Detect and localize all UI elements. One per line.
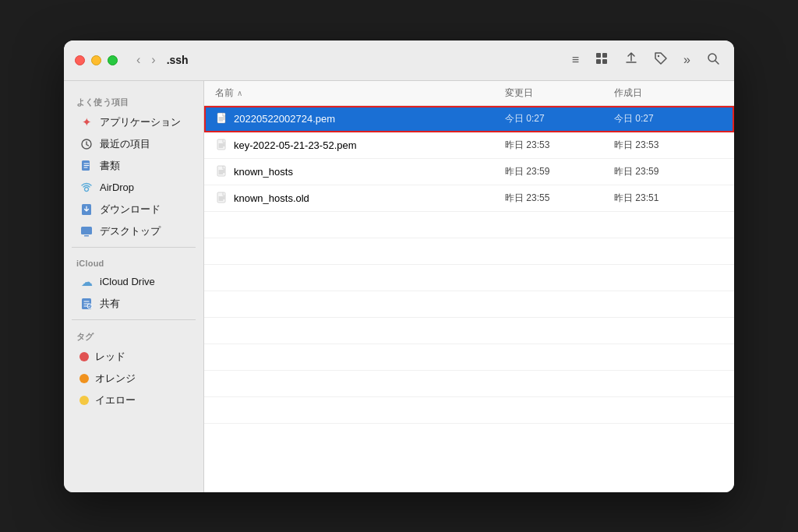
- sidebar-item-shared[interactable]: 共有: [69, 293, 199, 315]
- more-button[interactable]: »: [680, 51, 694, 69]
- tag-red-dot: [79, 352, 89, 361]
- share-button[interactable]: [621, 50, 641, 70]
- sidebar-item-recents[interactable]: 最近の項目: [69, 133, 199, 155]
- sidebar-item-label: イエロー: [95, 393, 136, 407]
- maximize-button[interactable]: [108, 55, 118, 65]
- sort-arrow: ∧: [237, 89, 242, 97]
- table-row-empty: [204, 397, 734, 424]
- table-row-empty: [204, 212, 734, 238]
- file-name: known_hosts.old: [234, 192, 309, 204]
- tag-orange-dot: [79, 374, 89, 383]
- sidebar-item-icloud-drive[interactable]: ☁ iCloud Drive: [69, 271, 199, 293]
- search-button[interactable]: [703, 50, 723, 70]
- share-icon: [624, 51, 638, 69]
- sidebar-item-tag-yellow[interactable]: イエロー: [69, 389, 199, 411]
- svg-rect-3: [602, 59, 607, 64]
- svg-rect-19: [217, 192, 225, 203]
- table-row[interactable]: 20220522002724.pem 今日 0:27 今日 0:27: [204, 106, 734, 132]
- icloud-icon: ☁: [79, 275, 94, 289]
- finder-window: ‹ › .ssh ≡: [64, 41, 734, 492]
- sidebar-separator: [72, 247, 196, 248]
- downloads-icon: [79, 203, 94, 217]
- file-modified: 昨日 23:55: [505, 192, 614, 205]
- sidebar-item-label: ダウンロード: [100, 203, 161, 217]
- sidebar-item-tag-orange[interactable]: オレンジ: [69, 368, 199, 389]
- toolbar-right: ≡: [569, 50, 723, 70]
- sidebar-item-tag-red[interactable]: レッド: [69, 346, 199, 368]
- column-modified-label: 変更日: [505, 87, 533, 98]
- svg-rect-1: [602, 53, 607, 58]
- svg-rect-2: [596, 59, 601, 64]
- svg-rect-17: [217, 139, 225, 150]
- applications-icon: ✦: [79, 115, 94, 129]
- column-header: 名前 ∧ 変更日 作成日: [204, 81, 734, 106]
- file-created: 今日 0:27: [614, 112, 723, 125]
- table-row[interactable]: known_hosts.old 昨日 23:55 昨日 23:51: [204, 185, 734, 212]
- main-content: よく使う項目 ✦ アプリケーション 最近の項目: [64, 81, 734, 492]
- sidebar-item-label: アプリケーション: [100, 115, 181, 129]
- file-modified: 昨日 23:59: [505, 165, 614, 178]
- sidebar-item-label: 共有: [100, 297, 120, 311]
- sidebar-item-label: レッド: [95, 350, 125, 364]
- file-name: key-2022-05-21-23-52.pem: [234, 139, 357, 151]
- shared-icon: [79, 297, 94, 311]
- file-icon-cell: known_hosts: [215, 164, 505, 178]
- column-name[interactable]: 名前 ∧: [215, 86, 505, 100]
- sidebar-item-applications[interactable]: ✦ アプリケーション: [69, 111, 199, 133]
- table-row[interactable]: key-2022-05-21-23-52.pem 昨日 23:53 昨日 23:…: [204, 132, 734, 159]
- sidebar-item-label: AirDrop: [100, 181, 134, 193]
- file-created: 昨日 23:51: [614, 192, 723, 205]
- svg-line-6: [715, 61, 719, 64]
- column-modified[interactable]: 変更日: [505, 86, 614, 100]
- file-icon: [215, 138, 229, 152]
- file-icon-cell: key-2022-05-21-23-52.pem: [215, 138, 505, 152]
- table-row-empty: [204, 238, 734, 265]
- column-created[interactable]: 作成日: [614, 86, 723, 100]
- file-modified: 昨日 23:53: [505, 139, 614, 152]
- table-row[interactable]: known_hosts 昨日 23:59 昨日 23:59: [204, 159, 734, 185]
- sidebar-item-downloads[interactable]: ダウンロード: [69, 199, 199, 220]
- airdrop-icon: [79, 181, 94, 195]
- column-created-label: 作成日: [614, 87, 642, 98]
- traffic-lights: [75, 55, 118, 65]
- sidebar-item-desktop[interactable]: デスクトップ: [69, 220, 199, 242]
- sidebar-item-airdrop[interactable]: AirDrop: [69, 177, 199, 199]
- back-button[interactable]: ‹: [133, 51, 143, 69]
- table-row-empty: [204, 291, 734, 318]
- svg-rect-0: [596, 53, 601, 58]
- sidebar-item-label: 書類: [100, 159, 120, 173]
- table-row-empty: [204, 318, 734, 344]
- column-name-label: 名前: [215, 86, 234, 100]
- sidebar-item-documents[interactable]: 書類: [69, 155, 199, 177]
- tag-yellow-dot: [79, 396, 89, 405]
- file-icon: [215, 111, 229, 125]
- sidebar-item-label: デスクトップ: [100, 224, 161, 238]
- forward-button[interactable]: ›: [148, 51, 158, 69]
- table-row-empty: [204, 371, 734, 397]
- tag-button[interactable]: [651, 50, 671, 70]
- svg-point-4: [658, 55, 659, 57]
- minimize-button[interactable]: [91, 55, 101, 65]
- svg-rect-18: [217, 166, 225, 176]
- svg-point-9: [85, 187, 89, 191]
- sidebar-item-label: 最近の項目: [100, 137, 150, 151]
- close-button[interactable]: [75, 55, 85, 65]
- tag-icon: [654, 51, 668, 69]
- titlebar: ‹ › .ssh ≡: [64, 41, 734, 81]
- grid-view-button[interactable]: [591, 50, 612, 70]
- svg-rect-11: [81, 227, 92, 234]
- table-row-empty: [204, 344, 734, 371]
- file-created: 昨日 23:59: [614, 165, 723, 178]
- file-name: known_hosts: [234, 166, 293, 178]
- documents-icon: [79, 159, 94, 173]
- file-area: 名前 ∧ 変更日 作成日: [204, 81, 734, 492]
- grid-icon: [595, 51, 609, 69]
- list-view-button[interactable]: ≡: [569, 51, 582, 69]
- svg-rect-15: [217, 113, 225, 123]
- tags-label: タグ: [64, 325, 203, 346]
- file-list: 20220522002724.pem 今日 0:27 今日 0:27: [204, 106, 734, 492]
- favorites-label: よく使う項目: [64, 90, 203, 111]
- path-title: .ssh: [167, 54, 189, 66]
- sidebar: よく使う項目 ✦ アプリケーション 最近の項目: [64, 81, 204, 492]
- file-name: 20220522002724.pem: [234, 113, 335, 125]
